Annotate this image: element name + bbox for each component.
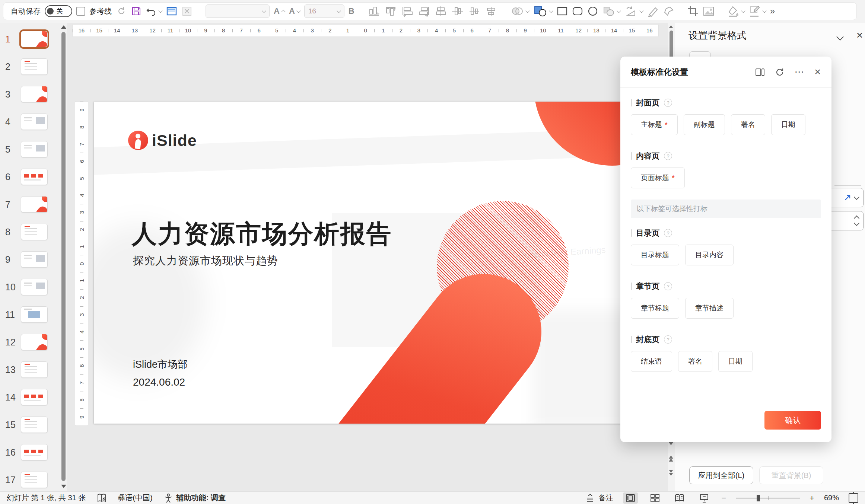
- slide-thumbnail[interactable]: [21, 472, 48, 488]
- zoom-in-button[interactable]: +: [810, 493, 814, 503]
- more-shapes-icon[interactable]: [602, 6, 620, 17]
- align-bottom-icon[interactable]: [368, 6, 380, 17]
- islide-logo[interactable]: iSlide: [128, 131, 197, 150]
- align-middle-v-icon[interactable]: [451, 6, 464, 17]
- panel-collapse-icon[interactable]: [836, 33, 844, 41]
- slide-thumbnail[interactable]: [21, 334, 48, 350]
- slide-thumbnail-row[interactable]: 12: [0, 334, 60, 350]
- slide-thumbnail-row[interactable]: 8: [0, 224, 60, 240]
- previous-slide-icon[interactable]: [669, 456, 673, 459]
- slide-thumbnail-row[interactable]: 2: [0, 59, 60, 74]
- slide-thumbnail[interactable]: [21, 251, 48, 268]
- more-options-icon[interactable]: ⋯: [795, 66, 804, 78]
- slide-thumbnail-row[interactable]: 13: [0, 362, 60, 377]
- align-top-icon[interactable]: [384, 6, 397, 17]
- slide-thumbnail[interactable]: [21, 86, 48, 102]
- tag-button[interactable]: 署名: [731, 114, 765, 135]
- tag-button[interactable]: 结束语: [631, 351, 672, 372]
- zoom-out-button[interactable]: −: [721, 493, 726, 503]
- rounded-rectangle-shape-icon[interactable]: [572, 6, 583, 16]
- slide-subtitle-text[interactable]: 探究人力资源市场现状与趋势: [133, 253, 278, 268]
- toolbar-more-button[interactable]: »: [770, 6, 774, 16]
- normal-view-button[interactable]: [623, 492, 638, 504]
- redo-icon[interactable]: [116, 6, 127, 17]
- accessibility-button[interactable]: 辅助功能: 调查: [164, 493, 226, 503]
- outline-color-icon[interactable]: [749, 5, 766, 17]
- tag-button[interactable]: 目录标题: [631, 245, 679, 265]
- slide-thumbnail[interactable]: [21, 141, 48, 157]
- align-right-icon[interactable]: [418, 6, 430, 17]
- slide-editor[interactable]: Price Index / Earnings iSlide 人力资源市场分析报告…: [94, 102, 667, 424]
- spellcheck-button[interactable]: [97, 493, 106, 503]
- spinner-down-icon[interactable]: [854, 220, 860, 226]
- guides-checkbox[interactable]: [76, 7, 85, 16]
- dialog-close-icon[interactable]: ✕: [814, 67, 821, 77]
- slide-thumbnail-row[interactable]: 17: [0, 472, 60, 488]
- slideshow-view-button[interactable]: [697, 492, 712, 504]
- slide-thumbnail-row[interactable]: 1: [0, 31, 60, 47]
- edit-shape-icon[interactable]: [624, 6, 643, 17]
- slide-sorter-view-button[interactable]: [648, 492, 662, 504]
- tag-button[interactable]: 署名: [678, 351, 712, 372]
- slide-thumbnail[interactable]: [21, 361, 48, 378]
- slide-thumbnail[interactable]: [21, 306, 48, 323]
- reading-view-button[interactable]: [672, 492, 687, 504]
- scroll-down-icon[interactable]: [61, 485, 66, 488]
- decrease-font-icon[interactable]: A: [289, 6, 300, 16]
- scroll-up-icon[interactable]: [669, 25, 673, 28]
- help-icon[interactable]: ?: [664, 229, 672, 237]
- zoom-slider-thumb[interactable]: [757, 495, 760, 501]
- previous-slide-icon2[interactable]: [669, 459, 673, 462]
- slide-thumbnail-row[interactable]: 16: [0, 444, 60, 460]
- apply-to-all-button[interactable]: 应用到全部(L): [689, 466, 753, 484]
- slide-thumbnail[interactable]: [21, 196, 48, 213]
- tag-button[interactable]: 日期: [771, 114, 805, 135]
- tag-button[interactable]: 目录内容: [685, 245, 734, 265]
- help-icon[interactable]: ?: [664, 99, 672, 107]
- slide-thumbnail-row[interactable]: 7: [0, 197, 60, 212]
- slide-thumbnail-row[interactable]: 9: [0, 252, 60, 267]
- slide-thumbnail[interactable]: [21, 224, 48, 240]
- font-size-select[interactable]: 16: [304, 4, 344, 18]
- slide-thumbnail-row[interactable]: 10: [0, 279, 60, 295]
- tag-button[interactable]: 章节描述: [685, 298, 734, 319]
- slide-thumbnail-row[interactable]: 14: [0, 389, 60, 405]
- confirm-button[interactable]: 确认: [764, 411, 821, 430]
- slide-thumbnail-row[interactable]: 4: [0, 114, 60, 130]
- distribute-v-icon[interactable]: [485, 6, 497, 17]
- slide-thumbnail[interactable]: [21, 114, 48, 130]
- slide-thumbnail[interactable]: [21, 169, 48, 185]
- tag-button[interactable]: 主标题*: [631, 114, 678, 135]
- zoom-slider[interactable]: [736, 494, 800, 502]
- merge-shapes-icon[interactable]: [511, 6, 529, 17]
- crop-icon[interactable]: [687, 6, 699, 17]
- tag-button[interactable]: 页面标题*: [631, 168, 685, 188]
- slide-date-text[interactable]: 2024.06.02: [133, 376, 185, 388]
- slide-thumbnail-row[interactable]: 6: [0, 169, 60, 185]
- align-left-icon[interactable]: [401, 6, 414, 17]
- thumbnail-scrollbar[interactable]: [60, 23, 67, 491]
- help-icon[interactable]: ?: [664, 152, 672, 160]
- side-by-side-icon[interactable]: [755, 68, 765, 77]
- combine-shapes-icon[interactable]: [533, 5, 553, 17]
- slide-thumbnail-row[interactable]: 11: [0, 307, 60, 322]
- picture-icon[interactable]: [703, 6, 715, 16]
- slide-author-text[interactable]: iSlide市场部: [133, 358, 188, 371]
- format-painter-icon[interactable]: [663, 6, 674, 17]
- tag-button[interactable]: 章节标题: [631, 298, 679, 319]
- zoom-level-label[interactable]: 69%: [824, 494, 839, 502]
- distribute-h-icon[interactable]: [468, 6, 481, 17]
- next-slide-icon2[interactable]: [669, 473, 673, 476]
- shape-fill-pen-icon[interactable]: [647, 6, 659, 17]
- rectangle-shape-icon[interactable]: [557, 6, 568, 16]
- slide-thumbnail[interactable]: [21, 58, 48, 75]
- save-icon[interactable]: [131, 6, 141, 16]
- fill-color-icon[interactable]: [728, 5, 745, 17]
- scroll-up-icon[interactable]: [61, 25, 66, 29]
- undo-dropdown-icon[interactable]: [158, 9, 162, 13]
- tag-button[interactable]: 日期: [718, 351, 753, 372]
- texture-picker-dropdown[interactable]: [829, 188, 864, 207]
- tag-button[interactable]: 副标题: [684, 114, 725, 135]
- bold-button[interactable]: B: [349, 6, 354, 16]
- language-button[interactable]: 彝语(中国): [118, 493, 152, 503]
